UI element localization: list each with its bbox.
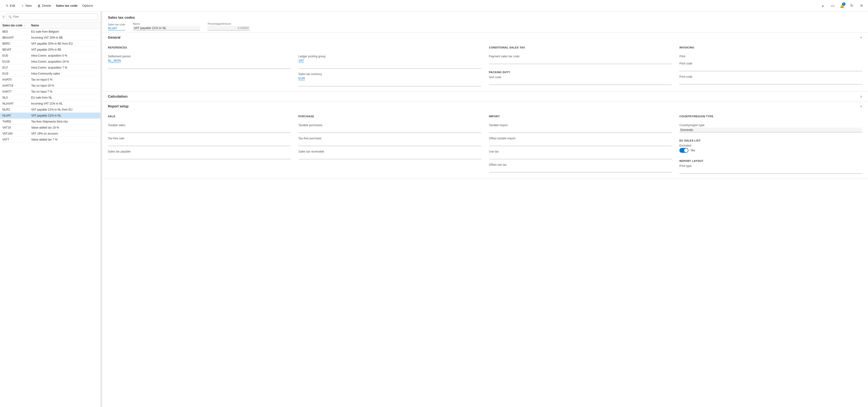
report-grid: SALE Taxable sales Tax-free sale Sales t…: [108, 115, 862, 174]
filter-input[interactable]: [13, 15, 96, 19]
sale-col: SALE Taxable sales Tax-free sale Sales t…: [108, 115, 291, 174]
calculation-title: Calculation: [108, 94, 127, 98]
list-row-code: NLInVAT: [2, 102, 31, 105]
import-header: IMPORT: [489, 115, 672, 119]
list-row[interactable]: EUS Intra-Community sales: [0, 71, 100, 77]
new-button[interactable]: ＋ New: [18, 0, 34, 11]
list-row[interactable]: EU19 Intra-Comm. acquisition 19 %: [0, 59, 100, 65]
excluded-toggle[interactable]: [679, 148, 688, 153]
list-row-code: InVAT19: [2, 84, 31, 87]
list-row[interactable]: BE0 EU sale from Belgium: [0, 29, 100, 35]
filter-input-wrapper[interactable]: 🔍: [6, 13, 98, 20]
purchase-header: PURCHASE: [299, 115, 482, 119]
notification-badge: 0: [842, 2, 845, 6]
list-row[interactable]: VAT7 Value added tax 7 %: [0, 137, 100, 143]
taxable-sales-field: Taxable sales: [108, 123, 291, 133]
list-row-name: Incoming VAT 20% in BE: [31, 36, 98, 39]
field-amount: Percentage/Amount: [208, 22, 250, 30]
list-row[interactable]: NLInVAT Incoming VAT 21% in NL: [0, 101, 100, 107]
country-region-type-field: Country/region type Domestic: [679, 123, 862, 133]
list-header: Sales tax code ↑ Name: [0, 22, 100, 29]
print-label: Print: [679, 55, 862, 58]
list-row[interactable]: EU0 Intra-Comm. acquisition 0 %: [0, 53, 100, 59]
country-region-type-label: Country/region type: [679, 123, 862, 127]
list-row[interactable]: InVAT19 Tax on input 19 %: [0, 83, 100, 89]
list-row-name: VAT payable 21% in NL: [31, 114, 98, 117]
report-setup-header[interactable]: Report setup ∧: [102, 101, 868, 111]
country-header: COUNTRY/REGION TYPE: [679, 115, 862, 119]
print-type-label: Print type: [679, 164, 862, 168]
sort-icon: ↑: [24, 24, 25, 27]
list-row-code: BEVAT: [2, 48, 31, 51]
name-label: Name: [133, 22, 200, 25]
offset-taxable-import-field: Offset taxable import: [489, 137, 672, 146]
list-row-name: VAT payable 21% in NL from EU: [31, 108, 98, 111]
list-body: BE0 EU sale from Belgium BEInVAT Incomin…: [0, 29, 100, 407]
list-row[interactable]: BEInVAT Incoming VAT 20% in BE: [0, 35, 100, 41]
list-row[interactable]: THIRD Tax-free Shipments third ctry: [0, 119, 100, 125]
main-layout: ▽ 🔍 Sales tax code ↑ Name BE0 EU sale fr…: [0, 11, 868, 407]
list-row-name: EU sale from Belgium: [31, 30, 98, 33]
print-type-underline: [679, 168, 862, 174]
general-chevron: ∧: [860, 36, 862, 39]
list-row[interactable]: VAT19A VAT 19% on account: [0, 131, 100, 137]
country-region-type-value[interactable]: Domestic: [679, 127, 862, 133]
layout-icon[interactable]: ▭: [829, 2, 836, 9]
print-code-label: Print code: [679, 62, 862, 65]
refresh-icon[interactable]: ↻: [848, 2, 856, 9]
list-row[interactable]: InVAT7 Tax on input 7 %: [0, 89, 100, 95]
page-title: Sales tax codes: [108, 16, 862, 20]
offset-use-tax-label: Offset use tax: [489, 163, 672, 167]
ledger-underline: [299, 63, 482, 68]
settings-icon[interactable]: ⬧: [819, 2, 827, 9]
settlement-period-value[interactable]: NL_MON: [108, 59, 121, 63]
edit-label: Edit: [10, 4, 15, 7]
delete-button[interactable]: 🗑 Delete: [34, 0, 54, 11]
conditional-header: CONDITIONAL SALES TAX: [489, 46, 672, 50]
taxable-sales-label: Taxable sales: [108, 123, 291, 127]
tax-free-sale-field: Tax-free sale: [108, 137, 291, 146]
list-row[interactable]: EU7 Intra-Comm. acquisition 7 %: [0, 65, 100, 71]
list-row[interactable]: VAT19 Value added tax 19 %: [0, 125, 100, 131]
list-row[interactable]: NL0 EU sale from NL: [0, 95, 100, 101]
list-row[interactable]: BEVAT VAT payable 20% in BE: [0, 47, 100, 53]
print-field: Print: [679, 55, 862, 58]
ledger-posting-group-label: Ledger posting group: [299, 55, 482, 58]
general-section-header[interactable]: General ∧: [102, 33, 868, 42]
list-row-name: Incoming VAT 21% in NL: [31, 102, 98, 105]
sales-tax-receivable-field: Sales tax receivable: [299, 150, 482, 159]
sales-tax-currency-field: Sales tax currency EUR: [299, 72, 482, 86]
sales-tax-currency-value[interactable]: EUR: [299, 77, 305, 80]
notifications-icon[interactable]: 🔔 0: [838, 2, 846, 9]
list-row[interactable]: NLRC VAT payable 21% in NL from EU: [0, 107, 100, 113]
edit-button[interactable]: ✎ Edit: [3, 0, 18, 11]
general-grid: REFERENCES Settlement period NL_MON Ledg…: [108, 46, 862, 86]
list-row[interactable]: BERC VAT payable 20% in BE from EU: [0, 41, 100, 47]
list-row-name: Tax on input 0 %: [31, 78, 98, 81]
taxable-sales-underline: [108, 127, 291, 133]
ledger-posting-group-value[interactable]: VAT: [299, 59, 304, 63]
settlement-period-label: Settlement period: [108, 55, 291, 58]
options-button[interactable]: Options: [79, 0, 96, 11]
list-row-code: EU7: [2, 66, 31, 69]
filter-icon[interactable]: ▽: [2, 15, 5, 19]
close-icon[interactable]: ✕: [858, 2, 865, 9]
print-code-underline: [679, 66, 862, 71]
edit-icon: ✎: [6, 4, 9, 8]
name-input[interactable]: [133, 26, 200, 30]
amount-input[interactable]: [208, 26, 250, 30]
list-row-name: Intra-Comm. acquisition 0 %: [31, 54, 98, 57]
list-row-code: EU19: [2, 60, 31, 63]
general-title: General: [108, 35, 120, 39]
offset-use-tax-field: Offset use tax: [489, 163, 672, 172]
print-code-underline2: [679, 79, 862, 84]
list-row[interactable]: InVAT0 Tax on input 0 %: [0, 77, 100, 83]
code-value[interactable]: NLVAT: [108, 26, 125, 30]
offset-taxable-import-underline: [489, 141, 672, 146]
col-code-header[interactable]: Sales tax code ↑: [2, 24, 31, 27]
calculation-section-header[interactable]: Calculation ∨: [102, 91, 868, 101]
invoicing-col: INVOICING Print Print code Print code: [679, 46, 862, 86]
list-row[interactable]: NLVAT VAT payable 21% in NL: [0, 113, 100, 119]
list-row-name: VAT payable 20% in BE: [31, 48, 98, 51]
list-row-code: NL0: [2, 96, 31, 99]
